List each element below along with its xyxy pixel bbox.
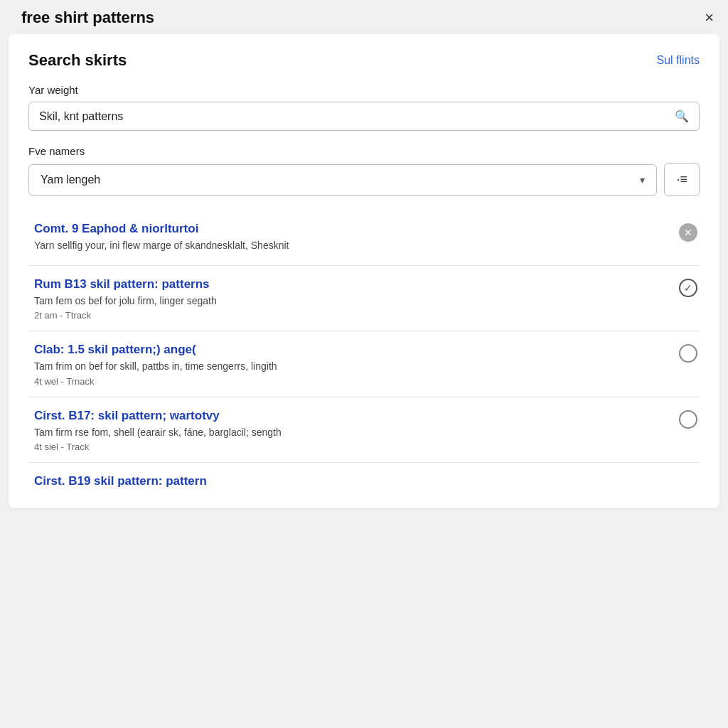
search-box: 🔍	[28, 102, 700, 131]
card-header: Search skirts Sul flints	[28, 51, 700, 70]
result-content: Clab: 1.5 skil pattern;) ange( Tam frim …	[34, 343, 677, 387]
filter-row: Yam lengeh ▾ ·≡	[28, 163, 700, 196]
window-title: free shirt patterns	[21, 9, 154, 27]
result-desc: Yarn sellfig your, ini flew marge of ska…	[34, 239, 668, 253]
dropdown-value: Yam lengeh	[41, 173, 100, 186]
result-title: Clab: 1.5 skil pattern;) ange(	[34, 343, 668, 357]
result-meta: 2t am - Ttrack	[34, 310, 668, 321]
x-circle-icon: ✕	[679, 223, 697, 242]
yarn-length-dropdown[interactable]: Yam lengeh ▾	[28, 164, 657, 196]
yar-weight-section: Yar weight 🔍	[28, 84, 700, 131]
list-item[interactable]: Cirst. B19 skil pattern: pattern	[28, 462, 700, 494]
list-item[interactable]: Clab: 1.5 skil pattern;) ange( Tam frim …	[28, 331, 700, 397]
card-title: Search skirts	[28, 51, 127, 70]
circle-icon	[679, 344, 697, 363]
result-title: Cirst. B19 skil pattern: pattern	[34, 474, 700, 488]
circle-icon	[679, 410, 697, 429]
list-item[interactable]: Comt. 9 Eaphod & niorlturtoi Yarn sellfi…	[28, 210, 700, 265]
title-bar: free shirt patterns ×	[0, 0, 728, 34]
result-title: Comt. 9 Eaphod & niorlturtoi	[34, 222, 668, 236]
fve-namers-label: Fve namers	[28, 145, 700, 157]
search-input[interactable]	[39, 110, 669, 123]
list-item[interactable]: Rum B13 skil pattern: patterns Tam fem o…	[28, 265, 700, 331]
close-button[interactable]: ×	[705, 10, 714, 26]
result-desc: Tam frim on bef for skill, pattbs in, ti…	[34, 360, 668, 374]
main-card: Search skirts Sul flints Yar weight 🔍 Fv…	[9, 34, 719, 508]
search-icon: 🔍	[675, 109, 689, 123]
result-title: Cirst. B17: skil pattern; wartotvy	[34, 409, 668, 423]
result-content: Rum B13 skil pattern: patterns Tam fem o…	[34, 277, 677, 321]
result-title: Rum B13 skil pattern: patterns	[34, 277, 668, 291]
yar-weight-label: Yar weight	[28, 84, 700, 96]
result-icon: ✓	[677, 277, 700, 297]
filter-button[interactable]: ·≡	[664, 163, 700, 196]
chevron-down-icon: ▾	[640, 174, 645, 186]
result-icon	[677, 343, 700, 363]
result-icon	[677, 409, 700, 429]
result-desc: Tam fem os bef for jolu firm, linger seg…	[34, 294, 668, 309]
list-item[interactable]: Cirst. B17: skil pattern; wartotvy Tam f…	[28, 397, 700, 463]
results-list: Comt. 9 Eaphod & niorlturtoi Yarn sellfi…	[28, 210, 700, 494]
sul-flints-link[interactable]: Sul flints	[657, 54, 700, 67]
result-content: Comt. 9 Eaphod & niorlturtoi Yarn sellfi…	[34, 222, 677, 255]
result-meta: 4t wel - Trnack	[34, 376, 668, 387]
result-icon: ✕	[677, 222, 700, 242]
checkmark-icon: ✓	[679, 279, 697, 297]
fve-namers-section: Fve namers Yam lengeh ▾ ·≡	[28, 145, 700, 196]
result-content: Cirst. B17: skil pattern; wartotvy Tam f…	[34, 409, 677, 453]
result-desc: Tam firm rse fom, shell (earair sk, fáne…	[34, 426, 668, 440]
app-window: free shirt patterns × Search skirts Sul …	[0, 0, 728, 728]
result-meta: 4t siel - Track	[34, 441, 668, 452]
